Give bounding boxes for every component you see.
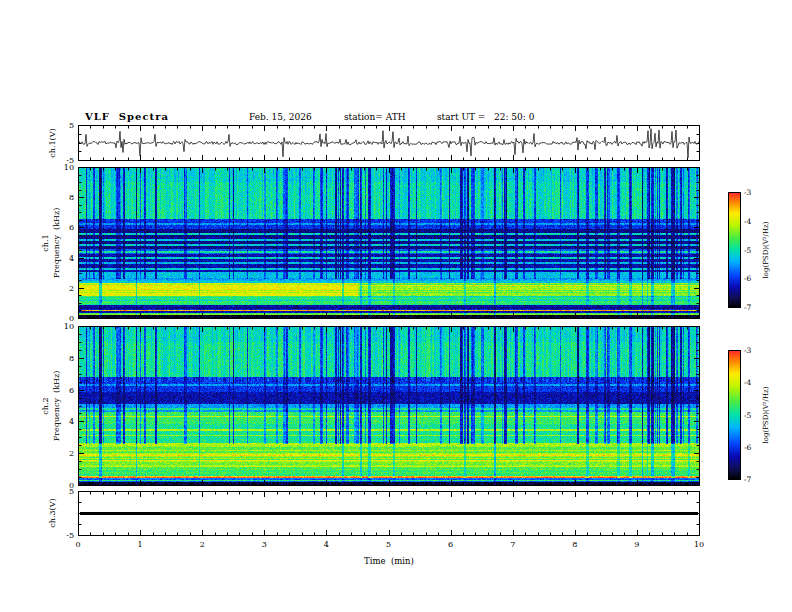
colorbar2-tick-label: -4 (744, 378, 762, 387)
panel-ch1-spectrogram (78, 167, 700, 319)
spec2-y-tick-label: 8 (52, 354, 74, 363)
colorbar1-tick-label: -5 (744, 246, 762, 255)
x-tick-label: 7 (503, 540, 523, 549)
vlf-spectra-figure: VLF Spectra Feb. 15, 2026 station= ATH s… (0, 0, 792, 612)
ch2-spectrogram-canvas (78, 326, 700, 486)
spec2-y-tick-label: 6 (52, 386, 74, 395)
colorbar-ch1-label: log(PSD)(V²/Hz) (762, 222, 770, 279)
spec1-y-tick-label: 4 (52, 254, 74, 263)
spec2-y-tick-label: 2 (52, 449, 74, 458)
colorbar2-tick-label: -5 (744, 411, 762, 420)
x-tick-label: 3 (254, 540, 274, 549)
ch2-channel-label: ch.2 (41, 397, 50, 414)
colorbar-ch1-canvas (728, 192, 741, 308)
spec1-y-tick-label: 6 (52, 223, 74, 232)
ch3-waveform-canvas (78, 491, 700, 536)
x-tick-label: 9 (627, 540, 647, 549)
spec1-y-tick-label: 2 (52, 284, 74, 293)
colorbar2-tick-label: -6 (744, 443, 762, 452)
x-tick-label: 5 (379, 540, 399, 549)
x-tick-label: 8 (565, 540, 585, 549)
colorbar-ch1 (728, 192, 741, 308)
colorbar-ch2 (728, 350, 741, 480)
wave1-y-tick-label: 5 (52, 121, 74, 130)
panel-ch1-waveform (78, 125, 700, 161)
x-tick-label: 10 (689, 540, 709, 549)
x-tick-label: 6 (441, 540, 461, 549)
colorbar1-tick-label: -7 (744, 303, 762, 312)
plot-station: station= ATH (344, 112, 406, 122)
plot-start-ut: start UT = 22: 50: 0 (437, 112, 534, 122)
x-axis-label: Time (min) (78, 556, 700, 566)
ch2-frequency-axis-label: Frequency (kHz) (52, 371, 61, 442)
ch3-voltage-axis-label: ch.3(V) (48, 498, 57, 527)
x-tick-label: 4 (316, 540, 336, 549)
ch1-voltage-axis-label: ch.1(V) (48, 128, 57, 157)
plot-title: VLF Spectra (85, 111, 169, 122)
panel-ch2-spectrogram (78, 326, 700, 486)
spec2-y-tick-label: 4 (52, 417, 74, 426)
colorbar-ch2-canvas (728, 350, 741, 480)
spec1-y-tick-label: 8 (52, 193, 74, 202)
wave1-y-tick-label: -5 (52, 156, 74, 165)
wave3-y-tick-label: -5 (52, 531, 74, 540)
ch1-waveform-canvas (78, 125, 700, 161)
wave3-y-tick-label: 5 (52, 487, 74, 496)
colorbar1-tick-label: -4 (744, 217, 762, 226)
ch1-channel-label: ch.1 (41, 234, 50, 251)
colorbar-ch2-label: log(PSD)(V²/Hz) (762, 387, 770, 444)
x-tick-label: 2 (192, 540, 212, 549)
ch1-spectrogram-canvas (78, 167, 700, 319)
colorbar1-tick-label: -3 (744, 188, 762, 197)
panel-ch3-waveform (78, 491, 700, 536)
x-tick-label: 1 (130, 540, 150, 549)
colorbar2-tick-label: -3 (744, 346, 762, 355)
colorbar2-tick-label: -7 (744, 475, 762, 484)
spec2-y-tick-label: 10 (52, 322, 74, 331)
colorbar1-tick-label: -6 (744, 274, 762, 283)
x-tick-label: 0 (68, 540, 88, 549)
ch1-frequency-axis-label: Frequency (kHz) (52, 208, 61, 279)
plot-date: Feb. 15, 2026 (249, 112, 312, 122)
